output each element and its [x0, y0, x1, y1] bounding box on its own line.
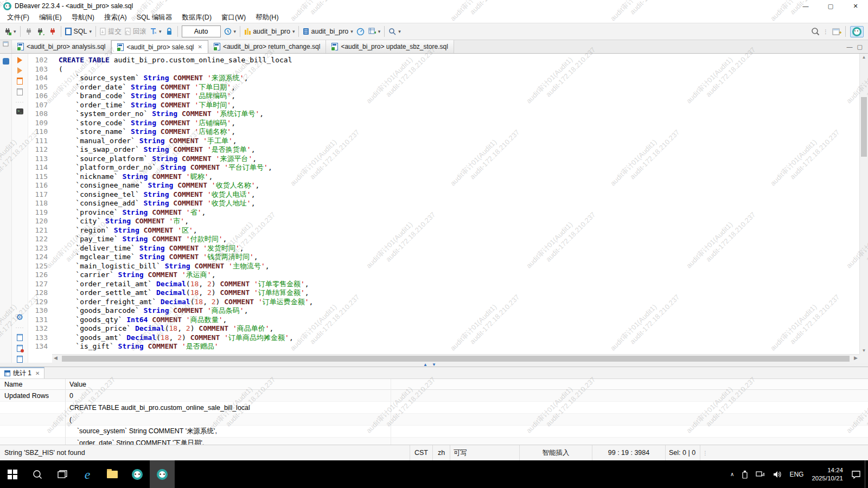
restore-view-icon[interactable]: [3, 41, 9, 47]
execute-statement-icon[interactable]: [17, 57, 22, 63]
status-segment-4[interactable]: 99 : 19 : 3984: [592, 445, 665, 460]
stat-row-4[interactable]: `order_date` String COMMENT '下单日期',: [0, 438, 868, 445]
schema-selector[interactable]: audit_bi_pro ▾: [301, 25, 354, 38]
reconnect-button[interactable]: [35, 25, 47, 38]
code-line[interactable]: `order_settle_amt` Decimal(18, 2) COMMEN…: [59, 288, 868, 298]
quick-search-button[interactable]: ▾: [387, 25, 403, 38]
code-line[interactable]: `order_retail_amt` Decimal(18, 2) COMMEN…: [59, 280, 868, 289]
editor-tab-2[interactable]: <audit_bi_pro> return_change.sql: [208, 40, 326, 53]
maximize-button[interactable]: ▢: [818, 0, 843, 12]
stat-row-2[interactable]: (: [0, 414, 868, 426]
code-line[interactable]: `order_date` String COMMENT '下单日期',: [59, 83, 868, 92]
grid-tools-button[interactable]: ▾: [367, 25, 382, 38]
horizontal-scroll-thumb[interactable]: [62, 356, 850, 362]
code-line[interactable]: `city` String COMMENT '市',: [59, 217, 868, 226]
code-line[interactable]: `main_logistic_bill` String COMMENT '主物流…: [59, 262, 868, 271]
code-line[interactable]: `consignee_add` String COMMENT '收货人地址',: [59, 199, 868, 208]
usb-tray-icon[interactable]: [738, 460, 752, 488]
code-line[interactable]: `province` String COMMENT '省',: [59, 208, 868, 217]
show-desktop-button[interactable]: [865, 460, 868, 488]
scroll-down-arrow[interactable]: ▼: [860, 348, 868, 353]
stat-row-3[interactable]: `source_system` String COMMENT '来源系统',: [0, 426, 868, 438]
horizontal-scrollbar[interactable]: ◀ ▶: [52, 354, 859, 363]
transaction-mode-button[interactable]: ▾: [148, 25, 163, 38]
menu-item-6[interactable]: 窗口(W): [216, 12, 251, 23]
close-icon[interactable]: ✕: [35, 370, 40, 376]
code-line[interactable]: `goods_barcode` String COMMENT '商品条码',: [59, 306, 868, 316]
code-line[interactable]: `is_swap_order` String COMMENT '是否换货单',: [59, 145, 868, 155]
tray-expand-icon[interactable]: ∧: [726, 460, 738, 488]
start-button[interactable]: [0, 460, 25, 488]
status-segment-2[interactable]: 可写: [450, 445, 519, 460]
minimize-button[interactable]: —: [793, 0, 818, 12]
status-segment-3[interactable]: 智能插入: [519, 445, 592, 460]
notification-center-icon[interactable]: [847, 460, 865, 488]
database-navigator-icon[interactable]: [3, 58, 9, 65]
editor-tab-0[interactable]: <audit_bi_pro> analysis.sql: [12, 40, 111, 53]
code-line[interactable]: `platform_order_no` String COMMENT '平台订单…: [59, 163, 868, 172]
internet-explorer-button[interactable]: e: [75, 460, 100, 488]
menu-item-0[interactable]: 文件(F): [2, 12, 34, 23]
code-line[interactable]: `store_name` String COMMENT '店铺名称',: [59, 127, 868, 137]
code-line[interactable]: `deliver_time` String COMMENT '发货时间',: [59, 244, 868, 253]
menu-item-4[interactable]: SQL 编辑器: [132, 12, 177, 23]
volume-tray-icon[interactable]: [769, 460, 786, 488]
code-line[interactable]: `goods_qty` Int64 COMMENT '商品数量',: [59, 316, 868, 325]
vertical-scroll-thumb[interactable]: [861, 97, 867, 157]
file-explorer-button[interactable]: [100, 460, 125, 488]
code-line[interactable]: `pay_time` String COMMENT '付款时间',: [59, 235, 868, 244]
commit-mode-select[interactable]: Auto: [182, 25, 221, 37]
connect-button[interactable]: ▾: [2, 25, 18, 38]
menu-item-3[interactable]: 搜索(A): [99, 12, 132, 23]
code-line[interactable]: `region` String COMMENT '区',: [59, 226, 868, 235]
code-line[interactable]: `consignee_tel` String COMMENT '收货人电话',: [59, 190, 868, 200]
menu-item-5[interactable]: 数据库(D): [177, 12, 216, 23]
task-view-button[interactable]: [50, 460, 75, 488]
editor-results-sash[interactable]: ▲ ▼: [0, 363, 868, 367]
output-doc-icon[interactable]: [17, 356, 23, 363]
stats-tab[interactable]: 统计 1 ✕: [0, 367, 44, 378]
global-search-button[interactable]: [809, 25, 821, 38]
network-tray-icon[interactable]: [752, 460, 769, 488]
close-tab-icon[interactable]: ✕: [198, 44, 202, 50]
code-line[interactable]: `source_system` String COMMENT '来源系统',: [59, 74, 868, 83]
code-line[interactable]: `store_code` String COMMENT '店铺编码',: [59, 119, 868, 128]
log-doc-icon[interactable]: [17, 334, 23, 341]
dashboard-button[interactable]: [355, 25, 367, 38]
code-line[interactable]: `brand_code` String COMMENT '品牌编码',: [59, 92, 868, 101]
rollback-button[interactable]: 回滚: [123, 25, 148, 38]
vertical-scrollbar[interactable]: ▲ ▼: [859, 54, 868, 354]
maximize-editor-icon[interactable]: ▢: [857, 43, 863, 50]
explain-plan-icon[interactable]: [17, 88, 23, 95]
menu-item-7[interactable]: 帮助(H): [251, 12, 283, 23]
commit-button[interactable]: 提交: [98, 25, 123, 38]
editor-tab-3[interactable]: <audit_bi_pro> update_sbz_store.sql: [326, 40, 454, 53]
dbeaver-taskbar-button[interactable]: [125, 460, 150, 488]
stat-row-0[interactable]: Updated Rows0: [0, 390, 868, 402]
code-area[interactable]: CREATE TABLE audit_bi_pro.custom_online_…: [52, 54, 868, 363]
sql-editor-button[interactable]: SQL ▾: [63, 25, 94, 38]
code-line[interactable]: `goods_price` Decimal(18, 2) COMMENT '商品…: [59, 324, 868, 333]
sash-down-icon[interactable]: ▼: [432, 363, 436, 367]
sash-up-icon[interactable]: ▲: [423, 363, 427, 367]
code-line[interactable]: `nickname` String COMMENT '昵称',: [59, 172, 868, 182]
close-button[interactable]: ✕: [843, 0, 868, 12]
code-line[interactable]: `order_freight_amt` Decimal(18, 2) COMME…: [59, 298, 868, 307]
taskbar-search-button[interactable]: [25, 460, 50, 488]
taskbar-clock[interactable]: 14:24 2025/10/21: [807, 466, 847, 483]
menu-item-2[interactable]: 导航(N): [67, 12, 99, 23]
transaction-log-button[interactable]: ▾: [222, 25, 238, 38]
code-line[interactable]: `manual_order` String COMMENT '手工单',: [59, 137, 868, 146]
editor-tab-1[interactable]: <audit_bi_pro> sale.sql✕: [111, 40, 208, 53]
error-doc-icon[interactable]: [17, 345, 23, 352]
settings-gear-icon[interactable]: ⚙: [16, 313, 23, 321]
code-line[interactable]: `mgclear_time` String COMMENT '钱货两清时间',: [59, 253, 868, 262]
execute-new-tab-icon[interactable]: [17, 67, 22, 74]
scroll-left-arrow[interactable]: ◀: [54, 355, 58, 361]
scroll-up-arrow[interactable]: ▲: [860, 55, 868, 60]
code-line[interactable]: `is_gift` String COMMENT '是否赠品': [59, 342, 868, 351]
disconnect-button[interactable]: [23, 25, 35, 38]
scroll-right-arrow[interactable]: ▶: [854, 355, 858, 361]
code-line[interactable]: CREATE TABLE audit_bi_pro.custom_online_…: [59, 56, 868, 65]
code-line[interactable]: `source_platform` String COMMENT '来源平台',: [59, 155, 868, 164]
